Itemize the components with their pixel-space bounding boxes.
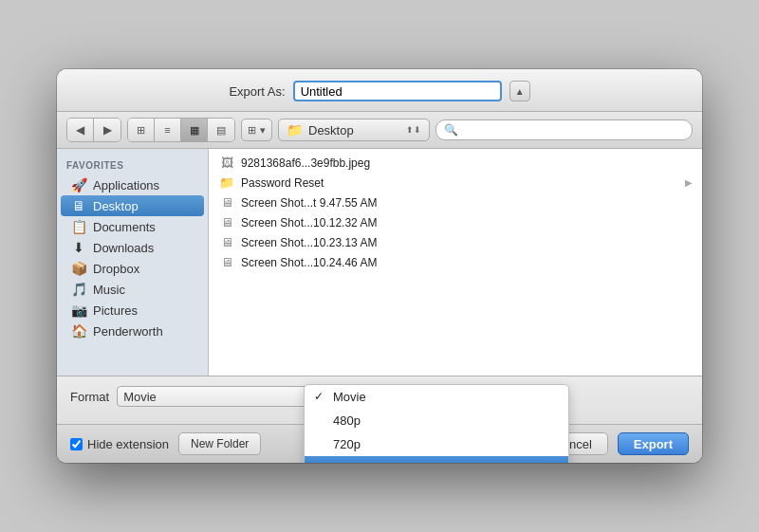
title-bar: Export As: ▲ xyxy=(57,69,702,112)
file-name-screenshot4: Screen Shot...10.24.46 AM xyxy=(241,256,377,269)
file-name-screenshot2: Screen Shot...10.12.32 AM xyxy=(241,216,377,229)
cover-view-button[interactable]: ▤ xyxy=(208,119,234,141)
nav-buttons: ◀ ▶ xyxy=(66,118,121,142)
file-name-password-reset: Password Reset xyxy=(241,176,324,190)
sidebar-item-music[interactable]: 🎵 Music xyxy=(61,279,204,300)
hide-extension-checkbox[interactable] xyxy=(70,438,83,450)
screenshot4-icon: 🖥 xyxy=(218,255,235,269)
file-item-screenshot1[interactable]: 🖥 Screen Shot...t 9.47.55 AM xyxy=(209,193,702,212)
jpeg-icon: 🖼 xyxy=(218,156,235,170)
folder-icon: 📁 xyxy=(218,175,235,190)
sidebar: FAVORITES 🚀 Applications 🖥 Desktop 📋 Doc… xyxy=(57,149,209,376)
file-name-screenshot1: Screen Shot...t 9.47.55 AM xyxy=(241,196,377,210)
screenshot1-icon: 🖥 xyxy=(218,195,235,210)
pictures-icon: 📷 xyxy=(70,303,87,318)
sidebar-item-documents[interactable]: 📋 Documents xyxy=(61,216,204,237)
dropdown-label-movie: Movie xyxy=(333,390,366,404)
sidebar-item-label-desktop: Desktop xyxy=(93,199,139,213)
location-name: Desktop xyxy=(308,123,400,138)
back-button[interactable]: ◀ xyxy=(67,119,94,141)
search-box: 🔍 xyxy=(435,119,693,140)
dropdown-item-ipod[interactable]: iPod touch & iPhone 3GS xyxy=(305,456,568,463)
main-content: FAVORITES 🚀 Applications 🖥 Desktop 📋 Doc… xyxy=(57,149,702,376)
up-directory-button[interactable]: ▲ xyxy=(509,81,530,101)
arrange-arrow: ▾ xyxy=(260,124,266,137)
format-dropdown-menu: Movie 480p 720p iPod touch & iPhone 3GS … xyxy=(304,384,569,463)
sidebar-item-pictures[interactable]: 📷 Pictures xyxy=(61,300,204,321)
dropdown-label-ipod: iPod touch & iPhone 3GS xyxy=(333,461,472,463)
arrange-button[interactable]: ⊞ ▾ xyxy=(241,119,272,141)
file-item-password-reset[interactable]: 📁 Password Reset ▶ xyxy=(209,173,702,193)
sidebar-item-downloads[interactable]: ⬇ Downloads xyxy=(61,237,204,258)
sidebar-item-applications[interactable]: 🚀 Applications xyxy=(61,174,204,195)
icon-view-button[interactable]: ⊞ xyxy=(128,119,155,141)
dropdown-label-480p: 480p xyxy=(333,413,361,428)
screenshot3-icon: 🖥 xyxy=(218,235,235,249)
sidebar-item-label-pictures: Pictures xyxy=(93,303,138,318)
music-icon: 🎵 xyxy=(70,282,87,297)
format-selected-value: Movie xyxy=(123,390,157,404)
list-view-button[interactable]: ≡ xyxy=(155,119,181,141)
hide-extension-label[interactable]: Hide extension xyxy=(70,437,169,451)
search-icon: 🔍 xyxy=(444,123,458,137)
documents-icon: 📋 xyxy=(70,219,87,234)
downloads-icon: ⬇ xyxy=(70,240,87,255)
bottom-panel: Format Movie ⬆⬇ Movie 480p 720p iPod tou… xyxy=(57,376,702,424)
file-name-screenshot3: Screen Shot...10.23.13 AM xyxy=(241,236,377,249)
sidebar-item-dropbox[interactable]: 📦 Dropbox xyxy=(61,258,204,279)
toolbar: ◀ ▶ ⊞ ≡ ▦ ▤ ⊞ ▾ 📁 Desktop ⬆⬇ 🔍 xyxy=(57,112,702,149)
favorites-heading: FAVORITES xyxy=(57,156,208,174)
sidebar-item-label-documents: Documents xyxy=(93,220,156,234)
sidebar-item-label-penderworth: Penderworth xyxy=(93,324,163,339)
applications-icon: 🚀 xyxy=(70,177,87,193)
file-item-screenshot4[interactable]: 🖥 Screen Shot...10.24.46 AM xyxy=(209,252,702,272)
new-folder-button[interactable]: New Folder xyxy=(178,432,261,455)
sidebar-item-label-downloads: Downloads xyxy=(93,241,154,255)
dropdown-item-720p[interactable]: 720p xyxy=(305,432,568,456)
file-item-screenshot3[interactable]: 🖥 Screen Shot...10.23.13 AM xyxy=(209,232,702,252)
folder-arrow: ▶ xyxy=(685,177,693,188)
search-input[interactable] xyxy=(462,123,684,137)
sidebar-item-label-dropbox: Dropbox xyxy=(93,262,139,276)
file-item-jpeg[interactable]: 🖼 9281368af6...3e9fbb.jpeg xyxy=(209,153,702,173)
dropdown-item-movie[interactable]: Movie xyxy=(305,385,568,409)
format-label: Format xyxy=(70,390,109,404)
view-buttons: ⊞ ≡ ▦ ▤ xyxy=(127,118,235,142)
penderworth-icon: 🏠 xyxy=(70,323,87,339)
location-folder-icon: 📁 xyxy=(287,122,303,138)
location-dropdown[interactable]: 📁 Desktop ⬆⬇ xyxy=(278,119,430,141)
filename-input[interactable] xyxy=(293,81,502,101)
sidebar-item-label-applications: Applications xyxy=(93,178,159,193)
sidebar-item-desktop[interactable]: 🖥 Desktop xyxy=(61,195,204,216)
file-list: 🖼 9281368af6...3e9fbb.jpeg 📁 Password Re… xyxy=(209,149,702,376)
dropdown-item-480p[interactable]: 480p xyxy=(305,409,568,432)
sidebar-item-label-music: Music xyxy=(93,283,125,297)
export-as-label: Export As: xyxy=(229,84,285,99)
forward-button[interactable]: ▶ xyxy=(94,119,120,141)
dropdown-label-720p: 720p xyxy=(333,437,361,451)
screenshot2-icon: 🖥 xyxy=(218,215,235,229)
export-dialog: Export As: ▲ ◀ ▶ ⊞ ≡ ▦ ▤ ⊞ ▾ 📁 Desktop ⬆… xyxy=(57,69,702,463)
export-button[interactable]: Export xyxy=(618,432,689,455)
file-item-screenshot2[interactable]: 🖥 Screen Shot...10.12.32 AM xyxy=(209,212,702,232)
arrange-icon: ⊞ xyxy=(248,124,256,137)
format-select[interactable]: Movie ⬆⬇ xyxy=(117,386,325,407)
hide-extension-text: Hide extension xyxy=(87,437,169,451)
sidebar-item-penderworth[interactable]: 🏠 Penderworth xyxy=(61,321,204,341)
file-name-jpeg: 9281368af6...3e9fbb.jpeg xyxy=(241,156,370,170)
dropbox-icon: 📦 xyxy=(70,261,87,276)
column-view-button[interactable]: ▦ xyxy=(181,119,208,141)
desktop-icon: 🖥 xyxy=(70,198,87,213)
location-arrow: ⬆⬇ xyxy=(406,125,421,135)
